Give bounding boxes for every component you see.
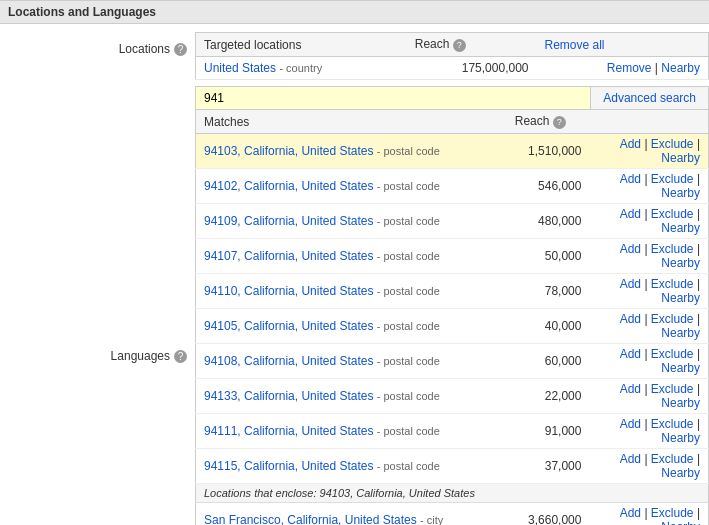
result-location-type: - city — [420, 514, 443, 525]
result-location-link[interactable]: 94109, California, United States — [204, 214, 373, 228]
exclude-link-6[interactable]: Exclude — [651, 347, 694, 361]
exclude-link-5[interactable]: Exclude — [651, 312, 694, 326]
result-location-link[interactable]: 94107, California, United States — [204, 249, 373, 263]
result-location-cell: 94105, California, United States - posta… — [196, 309, 507, 344]
nearby-link-3[interactable]: Nearby — [661, 256, 700, 270]
add-link-2[interactable]: Add — [620, 207, 641, 221]
exclude-link-9[interactable]: Exclude — [651, 452, 694, 466]
result-location-cell: 94108, California, United States - posta… — [196, 344, 507, 379]
table-row: 94110, California, United States - posta… — [196, 274, 709, 309]
remove-all-link[interactable]: Remove all — [544, 38, 604, 52]
targeted-col-header: Targeted locations — [196, 33, 407, 57]
nearby-link-5[interactable]: Nearby — [661, 326, 700, 340]
locations-help-icon[interactable]: ? — [174, 43, 187, 56]
nearby-link-7[interactable]: Nearby — [661, 396, 700, 410]
search-input[interactable] — [196, 87, 590, 109]
exclude-link-8[interactable]: Exclude — [651, 417, 694, 431]
result-location-cell: 94109, California, United States - posta… — [196, 204, 507, 239]
result-location-type: - postal code — [377, 145, 440, 157]
result-location-type: - postal code — [377, 180, 440, 192]
exclude-link-1[interactable]: Exclude — [651, 172, 694, 186]
result-actions-cell: Add | Exclude | Nearby — [589, 204, 708, 239]
add-link-0[interactable]: Add — [620, 137, 641, 151]
search-row: Advanced search — [195, 86, 709, 109]
exclude-link-3[interactable]: Exclude — [651, 242, 694, 256]
languages-help-icon[interactable]: ? — [174, 350, 187, 363]
result-location-cell: 94107, California, United States - posta… — [196, 239, 507, 274]
exclude-link-7[interactable]: Exclude — [651, 382, 694, 396]
advanced-search-button[interactable]: Advanced search — [590, 87, 708, 109]
result-location-cell: 94102, California, United States - posta… — [196, 169, 507, 204]
nearby-link-us[interactable]: Nearby — [661, 61, 700, 75]
nearby-link-6[interactable]: Nearby — [661, 361, 700, 375]
right-content: Targeted locations Reach ? Remove all — [195, 24, 709, 525]
exclude-link-0[interactable]: Exclude — [651, 137, 694, 151]
nearby-link-8[interactable]: Nearby — [661, 431, 700, 445]
table-row: 94108, California, United States - posta… — [196, 344, 709, 379]
result-location-type: - postal code — [377, 215, 440, 227]
result-location-type: - postal code — [377, 425, 440, 437]
result-reach-cell: 480,000 — [507, 204, 590, 239]
nearby-link-4[interactable]: Nearby — [661, 291, 700, 305]
matches-col-header: Matches — [196, 110, 507, 134]
result-actions-cell: Add | Exclude | Nearby — [589, 379, 708, 414]
result-location-cell: 94115, California, United States - posta… — [196, 449, 507, 484]
result-reach-cell: 37,000 — [507, 449, 590, 484]
exclude-link-enc0[interactable]: Exclude — [651, 506, 694, 520]
nearby-link-2[interactable]: Nearby — [661, 221, 700, 235]
enclosing-divider-row: Locations that enclose: 94103, Californi… — [196, 484, 709, 503]
add-link-4[interactable]: Add — [620, 277, 641, 291]
table-row: 94102, California, United States - posta… — [196, 169, 709, 204]
result-actions-cell: Add | Exclude | Nearby — [589, 503, 708, 526]
result-location-cell: San Francisco, California, United States… — [196, 503, 507, 526]
result-location-cell: 94103, California, United States - posta… — [196, 134, 507, 169]
add-link-5[interactable]: Add — [620, 312, 641, 326]
results-reach-info-icon[interactable]: ? — [553, 116, 566, 129]
table-row: 94107, California, United States - posta… — [196, 239, 709, 274]
exclude-link-4[interactable]: Exclude — [651, 277, 694, 291]
add-link-6[interactable]: Add — [620, 347, 641, 361]
advanced-search-label: Advanced search — [603, 91, 696, 105]
result-location-link[interactable]: 94110, California, United States — [204, 284, 373, 298]
result-location-link[interactable]: 94103, California, United States — [204, 144, 373, 158]
nearby-link-9[interactable]: Nearby — [661, 466, 700, 480]
add-link-enc0[interactable]: Add — [620, 506, 641, 520]
result-location-link[interactable]: 94133, California, United States — [204, 389, 373, 403]
results-table: Matches Reach ? 94103, California, Unite… — [195, 109, 709, 525]
result-location-link[interactable]: 94102, California, United States — [204, 179, 373, 193]
table-row: 94105, California, United States - posta… — [196, 309, 709, 344]
result-location-link[interactable]: 94108, California, United States — [204, 354, 373, 368]
result-location-link[interactable]: 94111, California, United States — [204, 424, 373, 438]
targeted-location-link[interactable]: United States — [204, 61, 276, 75]
table-row: 94109, California, United States - posta… — [196, 204, 709, 239]
result-actions-cell: Add | Exclude | Nearby — [589, 239, 708, 274]
table-row: San Francisco, California, United States… — [196, 503, 709, 526]
add-link-3[interactable]: Add — [620, 242, 641, 256]
result-reach-cell: 3,660,000 — [507, 503, 590, 526]
results-reach-col-header: Reach ? — [507, 110, 590, 134]
result-location-link[interactable]: 94115, California, United States — [204, 459, 373, 473]
section-title-locations: Locations and Languages — [8, 5, 156, 19]
add-link-9[interactable]: Add — [620, 452, 641, 466]
result-actions-cell: Add | Exclude | Nearby — [589, 309, 708, 344]
result-location-type: - postal code — [377, 355, 440, 367]
nearby-link-enc0[interactable]: Nearby — [661, 520, 700, 525]
targeted-location-cell: United States - country — [196, 57, 407, 80]
actions-col-header: Remove all — [536, 33, 708, 57]
nearby-link-1[interactable]: Nearby — [661, 186, 700, 200]
reach-info-icon[interactable]: ? — [453, 39, 466, 52]
locations-label: Locations — [119, 42, 170, 56]
remove-link[interactable]: Remove — [607, 61, 652, 75]
add-link-7[interactable]: Add — [620, 382, 641, 396]
result-location-link[interactable]: San Francisco, California, United States — [204, 513, 417, 525]
result-location-cell: 94133, California, United States - posta… — [196, 379, 507, 414]
exclude-link-2[interactable]: Exclude — [651, 207, 694, 221]
add-link-8[interactable]: Add — [620, 417, 641, 431]
result-reach-cell: 60,000 — [507, 344, 590, 379]
result-location-type: - postal code — [377, 320, 440, 332]
result-location-link[interactable]: 94105, California, United States — [204, 319, 373, 333]
add-link-1[interactable]: Add — [620, 172, 641, 186]
result-reach-cell: 40,000 — [507, 309, 590, 344]
result-reach-cell: 50,000 — [507, 239, 590, 274]
nearby-link-0[interactable]: Nearby — [661, 151, 700, 165]
